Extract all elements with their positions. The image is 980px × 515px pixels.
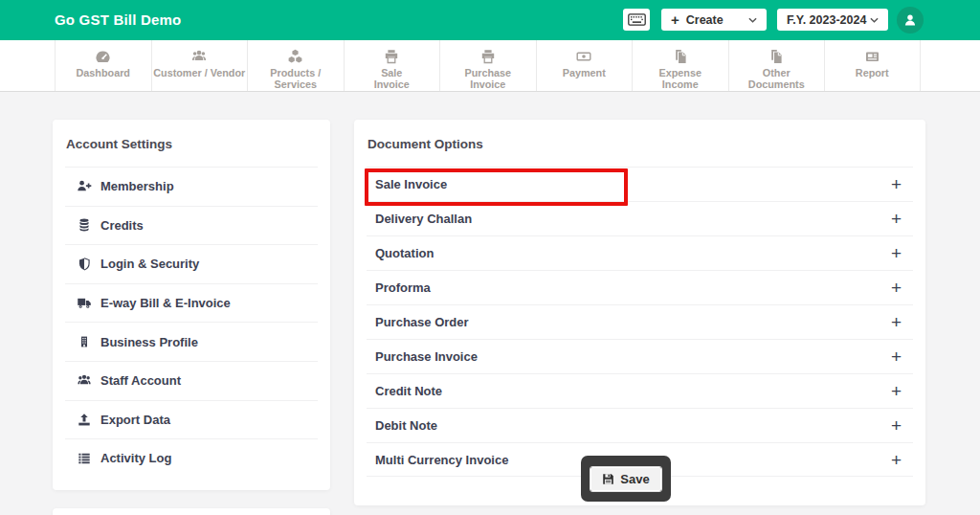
doc-row-sale-invoice[interactable]: Sale Invoice + bbox=[367, 167, 913, 201]
nav-item-dashboard[interactable]: Dashboard bbox=[55, 40, 151, 91]
doc-row-purchase-order[interactable]: Purchase Order + bbox=[367, 304, 913, 339]
sidebar-title: Account Settings bbox=[53, 120, 330, 167]
expand-plus-icon[interactable]: + bbox=[891, 313, 902, 331]
plus-icon: + bbox=[671, 11, 679, 28]
nav-item-customer-vendor[interactable]: Customer / Vendor bbox=[151, 40, 248, 91]
upload-icon bbox=[77, 412, 92, 427]
keyboard-shortcuts-button[interactable] bbox=[623, 9, 650, 31]
files-icon bbox=[768, 48, 784, 65]
newspaper-icon bbox=[864, 48, 880, 65]
shield-icon bbox=[77, 257, 92, 272]
doc-row-quotation[interactable]: Quotation + bbox=[367, 235, 913, 270]
document-options-card: Document Options Sale Invoice + Delivery… bbox=[354, 120, 925, 505]
create-dropdown-label: Create bbox=[686, 13, 724, 27]
doc-row-credit-note[interactable]: Credit Note + bbox=[367, 373, 913, 408]
users-icon bbox=[77, 373, 92, 389]
cubes-icon bbox=[287, 48, 303, 65]
chevron-down-icon bbox=[870, 17, 879, 23]
account-settings-card: Account Settings Membership bbox=[53, 120, 330, 490]
expand-plus-icon[interactable]: + bbox=[891, 175, 902, 193]
database-icon bbox=[77, 217, 92, 233]
expand-plus-icon[interactable]: + bbox=[891, 244, 902, 262]
tachometer-icon bbox=[95, 48, 111, 65]
save-button-highlight: Save bbox=[581, 456, 671, 502]
nav-item-report[interactable]: Report bbox=[824, 40, 921, 91]
chevron-down-icon bbox=[748, 17, 757, 23]
sidebar-item-activity-log[interactable]: Activity Log bbox=[65, 438, 318, 478]
doc-row-proforma[interactable]: Proforma + bbox=[367, 270, 913, 304]
files-icon bbox=[673, 48, 688, 65]
doc-row-debit-note[interactable]: Debit Note + bbox=[367, 408, 913, 442]
sidebar-item-staff-account[interactable]: Staff Account bbox=[65, 361, 318, 400]
expand-plus-icon[interactable]: + bbox=[891, 382, 902, 400]
keyboard-icon bbox=[628, 13, 646, 26]
nav-item-sale-invoice[interactable]: Sale Invoice bbox=[344, 40, 440, 91]
users-icon bbox=[190, 48, 208, 65]
sidebar-item-login-security[interactable]: Login & Security bbox=[65, 244, 318, 283]
user-avatar[interactable] bbox=[897, 7, 924, 34]
create-dropdown[interactable]: + Create bbox=[661, 9, 767, 31]
nav-spacer bbox=[0, 40, 55, 91]
person-icon bbox=[902, 12, 918, 28]
save-button[interactable]: Save bbox=[590, 467, 660, 491]
expand-plus-icon[interactable]: + bbox=[891, 347, 902, 366]
sidebar-item-eway-einvoice[interactable]: E-way Bill & E-Invoice bbox=[65, 283, 318, 323]
user-plus-icon bbox=[77, 179, 92, 194]
partial-card bbox=[53, 508, 330, 515]
fiscal-year-value: F.Y. 2023-2024 bbox=[787, 13, 866, 27]
sidebar-item-credits[interactable]: Credits bbox=[65, 206, 318, 245]
fiscal-year-dropdown[interactable]: F.Y. 2023-2024 bbox=[777, 9, 888, 31]
printer-icon bbox=[480, 48, 496, 65]
doc-row-purchase-invoice[interactable]: Purchase Invoice + bbox=[367, 339, 913, 373]
sidebar-item-membership[interactable]: Membership bbox=[65, 167, 318, 206]
floppy-icon bbox=[602, 473, 614, 485]
nav-item-purchase-invoice[interactable]: Purchase Invoice bbox=[439, 40, 536, 91]
nav-item-other-documents[interactable]: Other Documents bbox=[728, 40, 825, 91]
list-icon bbox=[77, 451, 92, 466]
nav-item-payment[interactable]: Payment bbox=[536, 40, 633, 91]
nav-item-expense-income[interactable]: Expense Income bbox=[632, 40, 728, 91]
app-title: Go GST Bill Demo bbox=[55, 0, 181, 40]
doc-row-delivery-challan[interactable]: Delivery Challan + bbox=[367, 201, 913, 235]
sidebar-item-business-profile[interactable]: Business Profile bbox=[65, 322, 318, 361]
building-icon bbox=[77, 334, 92, 349]
expand-plus-icon[interactable]: + bbox=[891, 416, 902, 435]
top-header: Go GST Bill Demo + Create F.Y. 2023-2024 bbox=[0, 0, 980, 40]
sidebar-item-export-data[interactable]: Export Data bbox=[65, 400, 318, 439]
main-nav: Dashboard Customer / Vendor Products / S… bbox=[0, 40, 980, 92]
expand-plus-icon[interactable]: + bbox=[891, 210, 902, 228]
money-icon bbox=[575, 48, 592, 65]
truck-icon bbox=[77, 296, 92, 311]
save-button-label: Save bbox=[620, 472, 649, 486]
printer-icon bbox=[384, 48, 399, 65]
nav-item-products-services[interactable]: Products / Services bbox=[247, 40, 344, 91]
expand-plus-icon[interactable]: + bbox=[891, 451, 902, 469]
main-title: Document Options bbox=[354, 120, 925, 167]
expand-plus-icon[interactable]: + bbox=[891, 279, 902, 297]
